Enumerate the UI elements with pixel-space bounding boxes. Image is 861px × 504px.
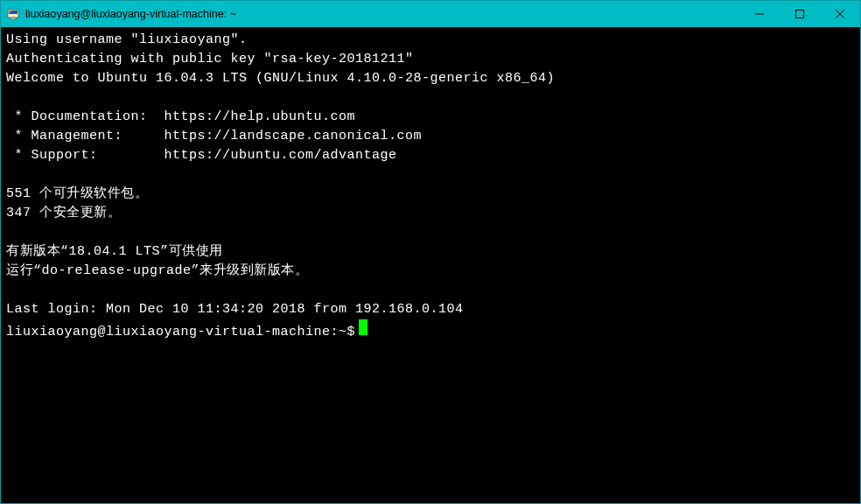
svg-rect-2 (10, 18, 16, 19)
titlebar[interactable]: liuxiaoyang@liuxiaoyang-virtual-machine:… (1, 1, 860, 27)
terminal-line: * Support: https://ubuntu.com/advantage (6, 146, 855, 165)
svg-rect-6 (796, 10, 804, 18)
terminal-line: 347 个安全更新。 (6, 204, 855, 223)
prompt-text: liuxiaoyang@liuxiaoyang-virtual-machine:… (6, 323, 355, 342)
terminal-line: 551 个可升级软件包。 (6, 185, 855, 204)
cursor (359, 319, 368, 335)
terminal-line: * Management: https://landscape.canonica… (6, 127, 855, 146)
terminal-line (6, 223, 855, 242)
putty-icon (6, 7, 20, 21)
terminal-line: Authenticating with public key "rsa-key-… (6, 50, 855, 69)
content-area: Using username "liuxiaoyang".Authenticat… (1, 27, 860, 503)
prompt-line[interactable]: liuxiaoyang@liuxiaoyang-virtual-machine:… (6, 319, 855, 342)
window-title: liuxiaoyang@liuxiaoyang-virtual-machine:… (25, 8, 739, 20)
terminal-line (6, 165, 855, 185)
putty-window: liuxiaoyang@liuxiaoyang-virtual-machine:… (0, 0, 861, 504)
terminal-line: 运行“do-release-upgrade”来升级到新版本。 (6, 262, 855, 281)
minimize-button[interactable] (739, 1, 780, 27)
terminal-line: Welcome to Ubuntu 16.04.3 LTS (GNU/Linux… (6, 69, 855, 88)
terminal-line (6, 281, 855, 300)
maximize-button[interactable] (780, 1, 820, 27)
terminal-line: * Documentation: https://help.ubuntu.com (6, 108, 855, 127)
close-button[interactable] (820, 1, 860, 27)
terminal-line (6, 88, 855, 108)
terminal-line: 有新版本“18.04.1 LTS”可供使用 (6, 242, 855, 262)
terminal[interactable]: Using username "liuxiaoyang".Authenticat… (1, 27, 860, 503)
terminal-line: Last login: Mon Dec 10 11:34:20 2018 fro… (6, 300, 855, 319)
terminal-line: Using username "liuxiaoyang". (6, 31, 855, 50)
window-controls (739, 1, 860, 27)
